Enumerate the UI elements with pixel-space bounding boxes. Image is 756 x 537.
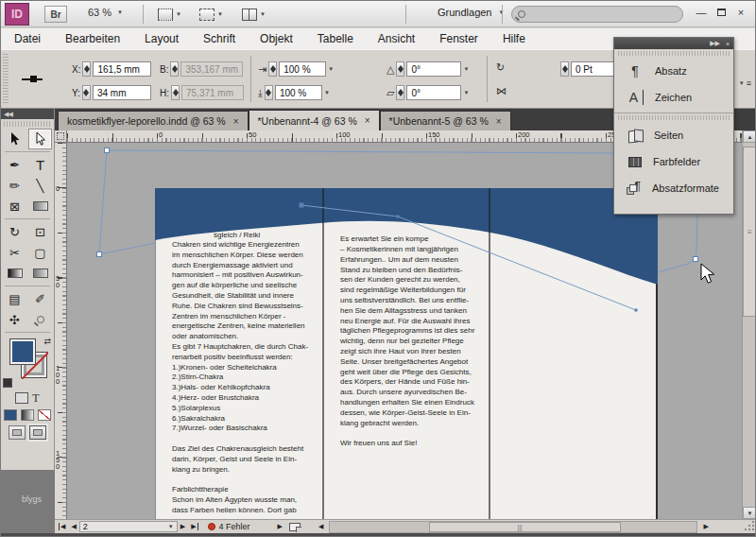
zoom-level-dropdown[interactable]: 63 % ▼ [88, 7, 123, 18]
rotation-field[interactable]: 0° [406, 85, 461, 100]
window-resize-grip[interactable] [744, 520, 756, 532]
panel-dock-header[interactable]: ▶▶ × [614, 38, 733, 49]
scroll-down-button[interactable]: ▼ [743, 507, 756, 519]
rotate-tool-button[interactable]: ↻ [3, 221, 26, 242]
close-button[interactable]: × [732, 5, 749, 20]
tab-kosmetikflyer[interactable]: kosmetikflyer-leporello.indd @ 63 % × [58, 111, 249, 130]
apply-color-button[interactable] [4, 409, 17, 421]
width-stepper[interactable] [170, 61, 179, 77]
tab-unbenannt-5[interactable]: *Unbenannt-5 @ 63 % × [380, 111, 511, 130]
previous-page-button[interactable]: ◀ [68, 523, 78, 530]
preflight-error-label[interactable]: 4 Fehler [219, 522, 250, 531]
minimize-button[interactable]: — [693, 5, 710, 20]
y-position-field[interactable]: 34 mm [93, 85, 151, 100]
swap-fill-stroke-icon[interactable]: ⇄ [43, 337, 51, 346]
scissors-tool-button[interactable]: ✂ [3, 242, 26, 263]
preflight-panel-icon[interactable] [289, 523, 301, 531]
scale-y-stepper[interactable] [265, 85, 273, 100]
scale-y-field[interactable]: 100 % [275, 85, 322, 100]
scale-x-field[interactable]: 100 % [279, 61, 326, 77]
line-tool-button[interactable]: ╲ [28, 175, 52, 196]
direct-selection-tool-button[interactable] [28, 129, 52, 149]
apply-gradient-button[interactable] [21, 409, 34, 421]
menu-layout[interactable]: Layout [145, 32, 179, 45]
panel-item-farbfelder[interactable]: Farbfelder [614, 148, 733, 175]
menu-ansicht[interactable]: Ansicht [378, 32, 415, 45]
screen-mode-button[interactable]: ▼ [199, 6, 223, 23]
menu-schrift[interactable]: Schrift [203, 32, 235, 45]
position-tool-button[interactable]: ▢ [28, 242, 52, 263]
shear-stepper[interactable] [396, 61, 404, 77]
type-tool-button[interactable]: T [28, 154, 52, 175]
default-fill-stroke-icon[interactable] [3, 378, 12, 388]
first-page-button[interactable]: ◀ [59, 523, 68, 530]
free-transform-tool-button[interactable]: ⊡ [28, 221, 52, 242]
menu-hilfe[interactable]: Hilfe [503, 32, 525, 45]
panel-item-zeichen[interactable]: A Zeichen [614, 84, 733, 111]
vertical-scrollbar-thumb[interactable] [743, 147, 756, 317]
panel-item-seiten[interactable]: Seiten [614, 122, 733, 148]
horizontal-scrollbar[interactable] [329, 521, 697, 533]
bridge-button[interactable]: Br [44, 6, 67, 23]
search-input[interactable] [511, 6, 683, 23]
zoom-tool-button[interactable] [28, 309, 52, 330]
gradient-swatch-tool-button[interactable] [3, 263, 26, 284]
panel-drag-texture[interactable] [618, 115, 730, 120]
pen-tool-button[interactable]: ✒ [3, 154, 26, 175]
tools-panel-header[interactable]: ◀◀ [1, 109, 54, 119]
height-stepper[interactable] [171, 85, 180, 100]
x-position-field[interactable]: 161,5 mm [93, 61, 151, 77]
note-tool-button[interactable]: ▤ [3, 288, 26, 309]
chevron-down-icon[interactable]: ▼ [324, 90, 330, 95]
chevron-down-icon[interactable]: ▼ [463, 66, 469, 72]
normal-view-mode-button[interactable] [9, 425, 26, 440]
apply-none-button[interactable] [38, 409, 51, 421]
panel-item-absatz[interactable]: ¶ Absatz [614, 58, 733, 84]
formatting-affects-text-button[interactable]: T [32, 391, 39, 406]
last-page-button[interactable]: ▶ [188, 523, 198, 530]
scroll-right-button[interactable]: ▶ [700, 523, 711, 530]
scale-x-stepper[interactable] [268, 61, 277, 77]
menu-objekt[interactable]: Objekt [260, 32, 293, 45]
panel-drag-texture[interactable] [4, 121, 51, 127]
menu-datei[interactable]: Datei [14, 32, 41, 45]
menu-fenster[interactable]: Fenster [439, 32, 478, 45]
close-icon[interactable]: × [233, 116, 239, 127]
close-icon[interactable]: × [365, 115, 370, 126]
eyedropper-tool-button[interactable]: ✐ [28, 288, 52, 309]
close-icon[interactable]: × [726, 41, 730, 47]
workspace-switcher[interactable]: Grundlagen ▼ [438, 7, 504, 18]
chevron-down-icon[interactable]: ▼ [328, 66, 334, 72]
preview-mode-button[interactable] [29, 425, 46, 440]
pencil-tool-button[interactable]: ✏ [3, 175, 26, 196]
shear-field[interactable]: 0° [406, 61, 461, 77]
scroll-up-button[interactable]: ▲ [743, 130, 756, 143]
panel-drag-texture[interactable] [618, 51, 730, 56]
vertical-scrollbar[interactable]: ▲ ▼ [742, 130, 756, 519]
gradient-feather-tool-button[interactable] [28, 263, 52, 284]
view-options-button[interactable]: ▼ [158, 6, 181, 23]
y-stepper[interactable] [82, 85, 91, 100]
rectangle-tool-button[interactable] [28, 196, 52, 217]
preflight-menu-arrow[interactable]: ▶ [275, 523, 285, 530]
stroke-weight-stepper[interactable] [560, 61, 569, 77]
page-number-field[interactable]: 2 ▼ [79, 521, 178, 532]
panel-drag-handle[interactable] [3, 54, 9, 104]
ruler-origin-corner[interactable] [55, 130, 67, 143]
width-field[interactable]: 353,167 mm [180, 61, 243, 77]
flip-horizontal-icon[interactable]: ⋈ [496, 85, 507, 97]
frame-tool-button[interactable]: ⊠ [3, 196, 26, 217]
height-field[interactable]: 75,371 mm [181, 85, 244, 100]
control-panel-menu-button[interactable]: ▼ ≡ [739, 78, 751, 88]
scroll-left-button[interactable]: ◀ [316, 523, 326, 530]
chevron-down-icon[interactable]: ▼ [463, 90, 469, 95]
selection-tool-button[interactable] [3, 129, 26, 149]
menu-tabelle[interactable]: Tabelle [318, 32, 353, 45]
panel-item-absatzformate[interactable]: ¶ Absatzformate [614, 175, 733, 201]
collapse-panel-icon[interactable]: ▶▶ [710, 40, 720, 47]
reference-point-proxy[interactable] [22, 75, 43, 84]
restore-button[interactable] [713, 5, 730, 20]
horizontal-scrollbar-thumb[interactable] [429, 522, 621, 532]
menu-bearbeiten[interactable]: Bearbeiten [65, 32, 120, 45]
next-page-button[interactable]: ▶ [178, 523, 188, 530]
